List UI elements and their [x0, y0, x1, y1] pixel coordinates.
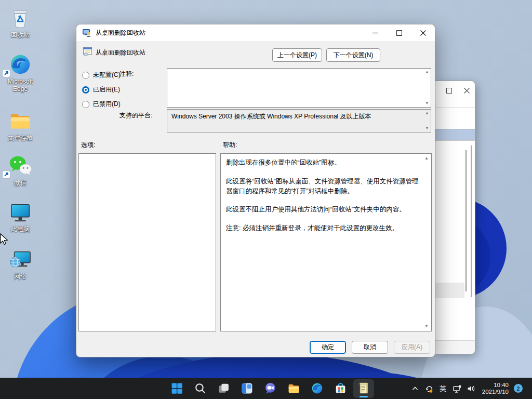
tray-clock[interactable]: 10:40 2021/9/10 [482, 382, 509, 395]
search-button[interactable] [190, 379, 210, 398]
options-label: 选项: [81, 141, 95, 150]
clock-time: 10:40 [482, 382, 509, 389]
chevron-up-icon [410, 384, 420, 393]
bgwin-list-row [435, 283, 464, 298]
taskbar: 英 10:40 2021/9/10 2 [0, 378, 532, 399]
tray-volume-button[interactable] [465, 381, 477, 396]
help-paragraph: 删除出现在很多位置中的“回收站”图标。 [226, 158, 420, 168]
edge-button[interactable] [307, 379, 327, 398]
desktop-icon-label: Microsoft Edge [1, 78, 40, 92]
this-pc-icon [8, 201, 32, 224]
chat-icon [264, 382, 277, 395]
network-icon [8, 248, 32, 272]
sync-update-icon [424, 384, 434, 393]
scroll-down-icon: ▼ [425, 126, 429, 130]
help-text: 删除出现在很多位置中的“回收站”图标。 此设置将“回收站”图标从桌面、文件资源管… [226, 158, 420, 327]
tray-update-status-button[interactable] [423, 381, 435, 396]
cancel-button[interactable]: 取消 [352, 341, 388, 354]
radio-selected-icon[interactable] [82, 86, 89, 94]
desktop-icon-label: 此电脑 [11, 225, 30, 233]
speaker-icon [467, 384, 476, 393]
desktop-icon-edge[interactable]: Microsoft Edge [1, 53, 40, 92]
microsoft-store-icon [334, 382, 347, 395]
scroll-down-icon[interactable]: ▼ [425, 101, 429, 105]
bgwin-status-bar [435, 340, 475, 354]
bgwin-maximize-button[interactable] [444, 85, 454, 96]
widgets-button[interactable] [236, 379, 257, 398]
windows-start-icon [170, 382, 183, 395]
desktop-icon-this-pc[interactable]: 此电脑 [1, 201, 40, 233]
desktop-icon-label: 文件存放 [8, 134, 33, 141]
bgwin-selected-row [435, 129, 475, 141]
tray-chevron-up-button[interactable] [409, 381, 421, 396]
comment-textarea[interactable]: ▲ ▼ [167, 68, 431, 108]
dialog-minimize-button[interactable] [363, 24, 387, 41]
taskbar-center-icons [166, 378, 374, 399]
start-button[interactable] [166, 379, 187, 398]
supported-on-value: Windows Server 2003 操作系统或 Windows XP Pro… [171, 113, 371, 120]
group-policy-scroll-icon [357, 382, 370, 395]
microsoft-store-button[interactable] [330, 379, 351, 398]
widgets-icon [241, 382, 254, 395]
help-paragraph: 注意: 必须注销并重新登录，才能使对于此设置的更改生效。 [226, 223, 420, 233]
dialog-maximize-button[interactable] [387, 24, 411, 41]
tray-network-button[interactable] [451, 381, 463, 396]
minimize-icon [373, 30, 378, 36]
tray-ime-indicator[interactable]: 英 [437, 384, 449, 393]
radio-circle-icon[interactable] [82, 72, 89, 79]
radio-not-configured[interactable]: 未配置(C) [82, 71, 121, 79]
apply-button-disabled: 应用(A) [394, 341, 430, 354]
scroll-up-icon[interactable]: ▲ [424, 156, 429, 161]
task-view-button[interactable] [213, 379, 234, 398]
group-policy-editor-taskbar-button[interactable] [353, 379, 374, 398]
desktop-icon-recycle-bin[interactable]: 回收站 [1, 6, 40, 38]
desktop-icon-wechat[interactable]: 微信 [1, 154, 40, 187]
network-ethernet-icon [453, 384, 462, 393]
previous-setting-button[interactable]: 上一个设置(P) [272, 48, 322, 62]
supported-on-label: 支持的平台: [119, 111, 152, 120]
file-explorer-icon [287, 382, 300, 395]
radio-enabled[interactable]: 已启用(E) [82, 85, 120, 94]
options-panel [78, 153, 216, 331]
folder-icon [8, 109, 32, 133]
file-explorer-button[interactable] [283, 379, 304, 398]
help-paragraph: 此设置将“回收站”图标从桌面、文件资源管理器、使用文件资源管理器窗口的程序和常见… [226, 177, 420, 196]
help-label: 帮助: [223, 141, 237, 150]
supported-on-box: Windows Server 2003 操作系统或 Windows XP Pro… [167, 109, 431, 132]
policy-setting-dialog: 从桌面删除回收站 从桌面删除回收站 上一个设置(P) 下一个设置(N) 未配置(… [76, 24, 435, 357]
clock-date: 2021/9/10 [482, 389, 509, 395]
policy-window-icon [83, 29, 91, 37]
radio-disabled[interactable]: 已禁用(D) [82, 100, 121, 109]
next-setting-button[interactable]: 下一个设置(N) [326, 48, 380, 62]
scroll-down-icon[interactable]: ▼ [424, 324, 429, 328]
chat-button[interactable] [260, 379, 281, 398]
wechat-icon [8, 154, 32, 178]
bgwin-close-button[interactable] [461, 85, 472, 96]
radio-label: 已禁用(D) [93, 100, 121, 109]
bgwin-scrollbar[interactable] [466, 150, 467, 291]
help-panel: ▲ ▼ 删除出现在很多位置中的“回收站”图标。 此设置将“回收站”图标从桌面、文… [220, 153, 432, 331]
notification-badge[interactable]: 2 [514, 384, 523, 393]
dialog-title: 从桌面删除回收站 [96, 29, 145, 37]
task-view-icon [217, 382, 230, 395]
scroll-up-icon[interactable]: ▲ [425, 70, 429, 74]
dialog-caption-buttons [363, 24, 435, 41]
close-icon [420, 30, 426, 36]
close-icon [464, 88, 470, 94]
radio-label: 已启用(E) [93, 85, 120, 94]
ok-button[interactable]: 确定 [310, 341, 346, 354]
desktop-icon-label: 回收站 [11, 31, 30, 38]
desktop-icon-label: 网络 [14, 273, 26, 280]
search-icon [194, 382, 207, 395]
radio-circle-icon[interactable] [82, 101, 89, 108]
maximize-icon [396, 30, 402, 36]
background-window-group-policy-editor[interactable] [435, 81, 475, 354]
mouse-cursor [0, 233, 9, 246]
desktop-icon-file-folder[interactable]: 文件存放 [1, 109, 40, 141]
desktop-icon-network[interactable]: 网络 [1, 248, 40, 280]
dialog-close-button[interactable] [411, 24, 435, 41]
policy-setting-icon [83, 47, 92, 56]
edge-icon [311, 382, 324, 395]
recycle-bin-icon [8, 6, 32, 30]
shortcut-arrow-icon [3, 70, 10, 77]
